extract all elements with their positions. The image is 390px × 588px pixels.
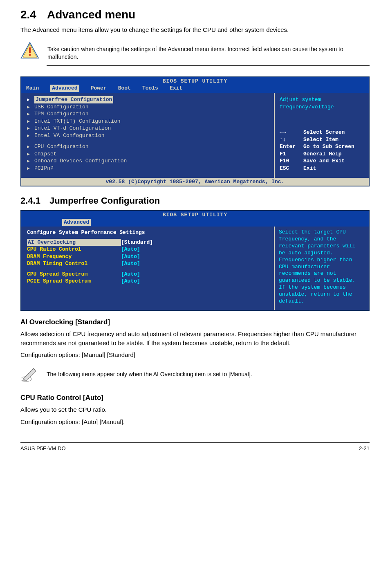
svg-rect-2 bbox=[29, 47, 31, 53]
bios-menu-bar: Advanced bbox=[21, 219, 369, 227]
legend-row: EnterGo to Sub Screen bbox=[280, 143, 365, 150]
note-callout: The following items appear only when the… bbox=[20, 363, 370, 387]
legend-row: ←→Select Screen bbox=[280, 129, 365, 136]
triangle-icon: ▶ bbox=[27, 166, 31, 172]
bios-tab-main[interactable]: Main bbox=[26, 85, 39, 92]
setting-dram-frequency[interactable]: DRAM Frequency[Auto] bbox=[27, 253, 268, 260]
bios-body: Configure System Performance Settings AI… bbox=[21, 227, 369, 310]
footer-page-number: 2-21 bbox=[359, 445, 370, 451]
ai-overclocking-config: Configuration options: [Manual] [Standar… bbox=[20, 350, 370, 359]
cpu-ratio-heading: CPU Ratio Control [Auto] bbox=[20, 394, 370, 402]
triangle-icon: ▶ bbox=[27, 104, 31, 110]
subsection-heading: 2.4.1Jumperfree Configuration bbox=[20, 195, 370, 206]
triangle-icon: ▶ bbox=[27, 158, 31, 164]
caution-icon bbox=[20, 42, 39, 59]
setting-dram-timing[interactable]: DRAM Timing Control[Auto] bbox=[27, 260, 268, 267]
bios-tab-advanced[interactable]: Advanced bbox=[50, 85, 79, 92]
footer-product: ASUS P5E-VM DO bbox=[20, 445, 66, 451]
bios-help-text: Select the target CPU frequency, and the… bbox=[275, 227, 369, 310]
bios-copyright: v02.58 (C)Copyright 1985-2007, American … bbox=[21, 178, 369, 186]
bios-item-pcipnp[interactable]: ▶PCIPnP bbox=[27, 165, 268, 172]
bios-item-intel-va[interactable]: ▶Intel VA Confoguration bbox=[27, 132, 268, 139]
subsection-title-text: Jumperfree Configuration bbox=[49, 195, 160, 206]
bios-item-jumperfree[interactable]: ▶Jumperfree Configuration bbox=[27, 96, 268, 103]
legend-row: ↑↓Select Item bbox=[280, 136, 365, 144]
bios-title: BIOS SETUP UTILITY bbox=[21, 211, 369, 219]
bios-item-onboard[interactable]: ▶Onboard Devices Configuration bbox=[27, 157, 268, 165]
bios-item-usb[interactable]: ▶USB Configuration bbox=[27, 103, 268, 111]
pencil-icon bbox=[20, 367, 38, 382]
bios-tab-power[interactable]: Power bbox=[91, 85, 107, 92]
note-text: The following items appear only when the… bbox=[46, 367, 370, 383]
bios-tab-boot[interactable]: Boot bbox=[118, 85, 131, 92]
cpu-ratio-body: Allows you to set the CPU ratio. bbox=[20, 405, 370, 414]
intro-paragraph: The Advanced menu items allow you to cha… bbox=[20, 25, 370, 34]
triangle-icon: ▶ bbox=[27, 133, 31, 139]
bios-window-jumperfree: BIOS SETUP UTILITY Advanced Configure Sy… bbox=[20, 210, 370, 311]
svg-marker-5 bbox=[24, 368, 36, 381]
section-title-text: Advanced menu bbox=[47, 8, 135, 21]
bios-key-legend: ←→Select Screen ↑↓Select Item EnterGo to… bbox=[280, 129, 365, 172]
triangle-icon: ▶ bbox=[27, 151, 31, 157]
bios-item-intel-vtd[interactable]: ▶Intel VT-d Configuration bbox=[27, 125, 268, 132]
legend-row: ESCExit bbox=[280, 165, 365, 172]
bios-left-panel: Configure System Performance Settings AI… bbox=[21, 227, 275, 310]
bios-left-panel: ▶Jumperfree Configuration ▶USB Configura… bbox=[21, 93, 275, 177]
caution-text: Take caution when changing the settings … bbox=[47, 42, 370, 66]
bios-tab-advanced[interactable]: Advanced bbox=[62, 219, 91, 226]
bios-menu-bar: Main Advanced Power Boot Tools Exit bbox=[21, 85, 369, 93]
setting-cpu-spread[interactable]: CPU Spread Spectrum[Auto] bbox=[27, 271, 268, 278]
bios-help-text: Adjust system frequency/voltage bbox=[280, 96, 365, 110]
bios-item-tpm[interactable]: ▶TPM Configuration bbox=[27, 110, 268, 118]
bios-window-advanced: BIOS SETUP UTILITY Main Advanced Power B… bbox=[20, 76, 370, 186]
bios-tab-tools[interactable]: Tools bbox=[142, 85, 158, 92]
bios-settings-heading: Configure System Performance Settings bbox=[27, 229, 268, 236]
setting-pcie-spread[interactable]: PCIE Spread Spectrum[Auto] bbox=[27, 278, 268, 285]
setting-cpu-ratio[interactable]: CPU Ratio Control[Auto] bbox=[27, 246, 268, 253]
triangle-icon: ▶ bbox=[27, 144, 31, 150]
ai-overclocking-body: Allows selection of CPU frequency and au… bbox=[20, 330, 370, 348]
setting-ai-overclocking[interactable]: AI Overclocking[Standard] bbox=[27, 239, 268, 246]
bios-title: BIOS SETUP UTILITY bbox=[21, 77, 369, 85]
subsection-number: 2.4.1 bbox=[20, 195, 40, 206]
bios-body: ▶Jumperfree Configuration ▶USB Configura… bbox=[21, 93, 369, 177]
triangle-icon: ▶ bbox=[27, 119, 31, 125]
triangle-icon: ▶ bbox=[27, 126, 31, 132]
svg-point-3 bbox=[29, 54, 31, 56]
triangle-icon: ▶ bbox=[27, 111, 31, 117]
section-number: 2.4 bbox=[20, 8, 36, 21]
cpu-ratio-config: Configuration options: [Auto] [Manual]. bbox=[20, 417, 370, 426]
ai-overclocking-heading: AI Overclocking [Standard] bbox=[20, 318, 370, 326]
page-footer: ASUS P5E-VM DO 2-21 bbox=[20, 442, 370, 451]
triangle-icon: ▶ bbox=[27, 97, 31, 103]
bios-item-intel-txt[interactable]: ▶Intel TXT(LT) Configuration bbox=[27, 118, 268, 125]
bios-right-panel: Adjust system frequency/voltage ←→Select… bbox=[275, 93, 369, 177]
bios-tab-exit[interactable]: Exit bbox=[170, 85, 182, 92]
section-heading: 2.4Advanced menu bbox=[20, 8, 370, 21]
caution-callout: Take caution when changing the settings … bbox=[20, 38, 370, 70]
bios-item-chipset[interactable]: ▶Chipset bbox=[27, 150, 268, 158]
legend-row: F1General Help bbox=[280, 150, 365, 158]
legend-row: F10Save and Exit bbox=[280, 157, 365, 165]
bios-item-cpu-config[interactable]: ▶CPU Configuration bbox=[27, 143, 268, 150]
